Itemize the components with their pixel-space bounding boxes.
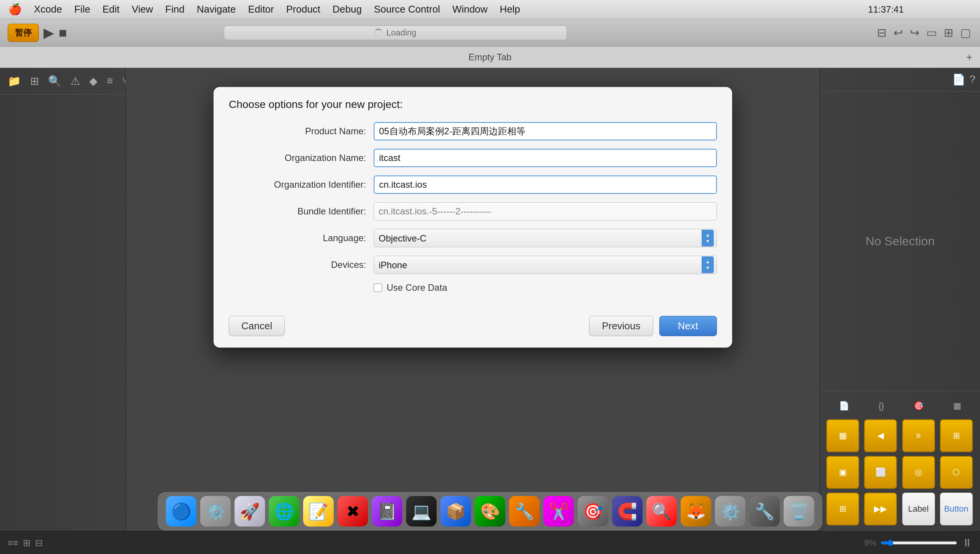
dock-pycharm[interactable]: 🎨 <box>475 496 505 527</box>
edit-menu[interactable]: Edit <box>100 2 122 17</box>
navigate-menu[interactable]: Navigate <box>194 2 238 17</box>
devices-select[interactable]: iPhone <box>374 256 717 274</box>
obj-item-3[interactable]: ≡ <box>902 419 935 452</box>
dock-filezilla[interactable]: 🔧 <box>509 496 540 527</box>
warning-icon[interactable]: ⚠ <box>69 73 82 89</box>
main-layout: 📁 ⊞ 🔍 ⚠ ◆ ≡ ⑂ 💬 Choose options for your … <box>0 68 980 554</box>
dock-trash[interactable]: 🗑️ <box>784 496 814 527</box>
dock-corebluetooth[interactable]: 📦 <box>440 496 471 527</box>
status-icon-3[interactable]: ⊟ <box>35 538 43 548</box>
product-name-input[interactable] <box>374 122 717 140</box>
obj-item-7[interactable]: ◎ <box>902 456 935 489</box>
quick-help-icon[interactable]: ? <box>969 73 975 86</box>
org-id-input[interactable] <box>374 176 717 194</box>
search-icon[interactable]: 🔍 <box>47 73 63 89</box>
obj-label-text: Label <box>908 504 929 514</box>
dock-cutepdf[interactable]: ✂️ <box>543 496 574 527</box>
apple-menu[interactable]: 🍎 <box>6 2 24 17</box>
obj-tab-file[interactable]: 📄 <box>835 399 853 413</box>
loading-text: Loading <box>386 28 416 38</box>
obj-icon-10: ▶▶ <box>874 504 887 514</box>
obj-item-10[interactable]: ▶▶ <box>864 493 897 525</box>
help-menu[interactable]: Help <box>498 2 522 17</box>
window-menu[interactable]: Window <box>450 2 490 17</box>
obj-icon-3: ≡ <box>916 431 921 441</box>
list-icon[interactable]: ≡ <box>105 73 114 89</box>
obj-tab-code[interactable]: {} <box>875 399 888 413</box>
editor-menu[interactable]: Editor <box>246 2 276 17</box>
devices-select-wrapper: iPhone <box>374 256 717 274</box>
tabbar: Empty Tab + <box>0 47 980 68</box>
panel-right-btn[interactable]: ▢ <box>959 24 972 41</box>
run-button[interactable]: ▶ <box>43 25 54 41</box>
obj-item-button[interactable]: Button <box>940 493 973 525</box>
dock-xmark[interactable]: ✖ <box>337 496 368 527</box>
sidebar-icon-row: 📁 ⊞ 🔍 ⚠ ◆ ≡ ⑂ 💬 <box>0 68 125 95</box>
dock-vpn[interactable]: 🧲 <box>612 496 643 527</box>
panel-forward-btn[interactable]: ↪ <box>908 24 921 41</box>
debug-menu[interactable]: Debug <box>330 2 364 17</box>
obj-item-2[interactable]: ◀ <box>864 419 897 452</box>
source-control-menu[interactable]: Source Control <box>372 2 442 17</box>
active-tab[interactable]: Empty Tab <box>459 49 521 66</box>
menubar: 🍎 Xcode File Edit View Find Navigate Edi… <box>0 0 980 19</box>
obj-tab-grid[interactable]: ▦ <box>949 399 965 413</box>
zoom-slider[interactable] <box>881 540 957 546</box>
obj-tab-target[interactable]: 🎯 <box>910 399 928 413</box>
cancel-button[interactable]: Cancel <box>229 316 285 336</box>
right-panel-icon-row: 📄 ? <box>820 68 980 92</box>
view-menu[interactable]: View <box>129 2 155 17</box>
dock-sysprefs[interactable]: ⚙️ <box>200 496 231 527</box>
panel-single-btn[interactable]: ▭ <box>925 24 938 41</box>
panel-left-btn[interactable]: ⊟ <box>876 24 888 41</box>
dock-launchpad[interactable]: 🚀 <box>235 496 265 527</box>
folder-icon[interactable]: 📁 <box>6 73 22 89</box>
obj-item-label[interactable]: Label <box>902 493 935 525</box>
dock-notes[interactable]: 📝 <box>303 496 334 527</box>
toolbar-panel-icons: ⊟ ↩ ↪ ▭ ⊞ ▢ <box>876 24 972 41</box>
obj-item-4[interactable]: ⊞ <box>940 419 973 452</box>
pause-icon[interactable]: ⏸ <box>962 536 972 549</box>
status-icon-2[interactable]: ⊞ <box>23 538 31 548</box>
dock-safari[interactable]: 🌐 <box>269 496 299 527</box>
no-selection-label: No Selection <box>820 92 980 391</box>
org-name-input[interactable] <box>374 149 717 167</box>
obj-item-9[interactable]: ⊞ <box>826 493 859 525</box>
language-select[interactable]: Objective-C <box>374 229 717 247</box>
panel-split-btn[interactable]: ⊞ <box>942 24 955 41</box>
object-grid: ▦ ◀ ≡ ⊞ ▣ ⬜ ◎ <box>824 419 976 525</box>
pause-button[interactable]: 暂停 <box>8 24 39 42</box>
obj-item-8[interactable]: ⬡ <box>940 456 973 489</box>
core-data-label: Use Core Data <box>387 282 447 293</box>
language-row: Language: Objective-C <box>229 229 717 247</box>
obj-item-1[interactable]: ▦ <box>826 419 859 452</box>
obj-item-6[interactable]: ⬜ <box>864 456 897 489</box>
dock-finder[interactable]: 🔵 <box>166 496 196 527</box>
stop-button[interactable]: ■ <box>59 25 67 41</box>
status-icon-1[interactable]: ≡≡ <box>8 538 18 548</box>
panel-back-btn[interactable]: ↩ <box>892 24 904 41</box>
diamond-icon[interactable]: ◆ <box>88 73 99 89</box>
next-button[interactable]: Next <box>659 316 717 336</box>
left-sidebar: 📁 ⊞ 🔍 ⚠ ◆ ≡ ⑂ 💬 <box>0 68 126 554</box>
dock-simulator[interactable]: 🎯 <box>578 496 608 527</box>
dock-instruments[interactable]: 🔍 <box>646 496 677 527</box>
product-menu[interactable]: Product <box>284 2 323 17</box>
dock-settings2[interactable]: ⚙️ <box>715 496 745 527</box>
dock-terminal[interactable]: 💻 <box>406 496 437 527</box>
core-data-checkbox[interactable] <box>374 283 382 292</box>
obj-item-5[interactable]: ▣ <box>826 456 859 489</box>
dock-wps[interactable]: 🦊 <box>681 496 711 527</box>
bundle-id-row: Bundle Identifier: <box>229 202 717 221</box>
symbol-icon[interactable]: ⊞ <box>29 73 40 89</box>
obj-icon-7: ◎ <box>915 467 922 477</box>
xcode-menu[interactable]: Xcode <box>32 2 64 17</box>
previous-button[interactable]: Previous <box>589 316 653 336</box>
dock-onenote[interactable]: 📓 <box>372 496 402 527</box>
file-menu[interactable]: File <box>72 2 93 17</box>
org-name-label: Organization Name: <box>229 153 374 163</box>
find-menu[interactable]: Find <box>163 2 187 17</box>
dock-tools[interactable]: 🔧 <box>749 496 780 527</box>
new-tab-button[interactable]: + <box>966 51 972 63</box>
file-inspector-icon[interactable]: 📄 <box>952 73 966 86</box>
